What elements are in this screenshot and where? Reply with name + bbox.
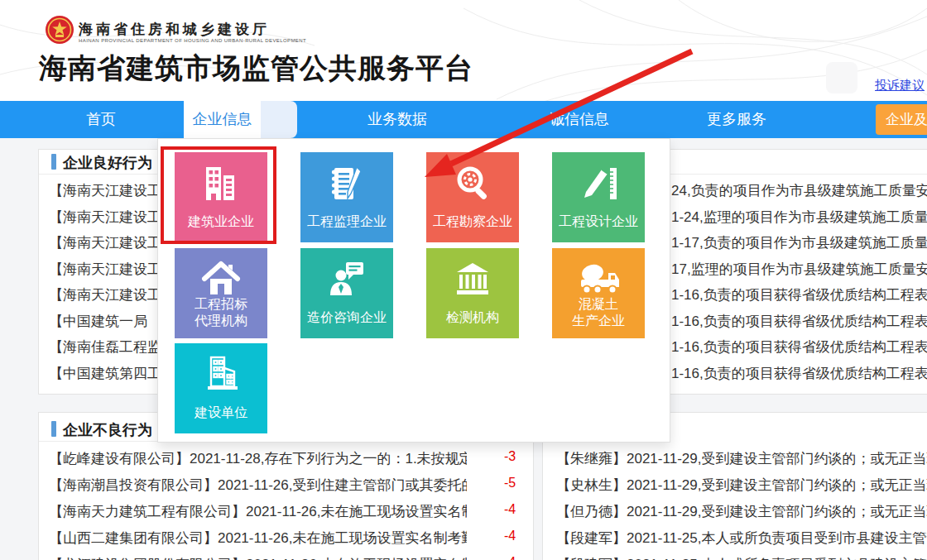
department-name: 海南省住房和城乡建设厅 [79, 20, 270, 39]
nav-item-more-services[interactable]: 更多服务 [691, 101, 782, 138]
tile-label: 建筑业企业 [175, 213, 267, 230]
floating-widget [826, 62, 857, 93]
nav-item-company-info[interactable]: 企业信息 [184, 101, 261, 138]
magnifier-gear-icon [449, 160, 496, 207]
bad-behavior-title: 企业不良行为 [63, 420, 152, 440]
tile-label: 建设单位 [175, 404, 267, 421]
tile-construction-unit[interactable]: 建设单位 [175, 343, 267, 433]
list-item[interactable]: 1-16,负责的项目获得省级优质结构工程表彰 [671, 337, 927, 357]
list-item[interactable]: 【海南天力建筑工程有限公司】2021-11-26,未在施工现场设置实名制考... [49, 502, 467, 521]
list-item[interactable]: 【屹峰建设有限公司】2021-11-28,存在下列行为之一的：1.未按规定... [49, 449, 467, 468]
list-item[interactable]: 1-16,负责的项目获得省级优质结构工程表彰 [671, 364, 927, 383]
site-title: 海南省建筑市场监管公共服务平台 [39, 50, 473, 88]
tile-label: 工程设计企业 [552, 213, 645, 230]
bank-icon [449, 256, 496, 303]
list-item[interactable]: 【段建军】2021-11-25,本人或所负责项目受到市县建设主管部门... [556, 555, 927, 560]
company-info-dropdown: 建筑业企业 工程监理企业 [157, 138, 670, 443]
list-item[interactable]: 1-16,负责的项目获得省级优质结构工程表彰 [671, 312, 927, 331]
list-item[interactable]: 17,监理的项目作为市县级建筑施工质量安全标 [671, 260, 927, 279]
tile-concrete-producer[interactable]: 混凝土 生产企业 [552, 248, 645, 338]
tile-label: 工程勘察企业 [426, 213, 519, 230]
building-outline-icon [198, 352, 244, 398]
page-header: 海南省住房和城乡建设厅 HAINAN PROVINCIAL DEPARTMENT… [0, 0, 927, 103]
score-value: -4 [504, 555, 516, 560]
list-item[interactable]: 1-16,负责的项目获得省级优质结构工程表彰 [671, 285, 927, 304]
list-item[interactable]: 【山西二建集团有限公司】2021-11-26,未在施工现场设置实名制考勤设... [49, 529, 467, 548]
department-name-en: HAINAN PROVINCIAL DEPARTMENT OF HOUSING … [79, 38, 306, 43]
list-item[interactable]: 【史林生】2021-11-29,受到建设主管部门约谈的；或无正当理由不... [556, 476, 927, 495]
main-nav: 首页 企业信息 业务数据 诚信信息 更多服务 企业及 [0, 101, 927, 138]
score-value: -4 [504, 502, 516, 517]
tile-survey-enterprise[interactable]: 工程勘察企业 [426, 152, 519, 242]
tile-testing-agency[interactable]: 检测机构 [426, 248, 519, 338]
tile-cost-consulting[interactable]: 造价咨询企业 [300, 248, 393, 338]
nav-active-strip [261, 101, 297, 138]
consultant-icon [324, 256, 370, 303]
tile-design-enterprise[interactable]: 工程设计企业 [552, 152, 645, 242]
nav-item-credit-info[interactable]: 诚信信息 [534, 101, 625, 138]
list-item[interactable]: 24,负责的项目作为市县级建筑施工质量安全标 [671, 181, 927, 200]
good-behavior-title: 企业良好行为 [63, 153, 152, 173]
tile-supervision-enterprise[interactable]: 工程监理企业 [300, 152, 393, 242]
list-item[interactable]: 【段建军】2021-11-25,本人或所负责项目受到市县建设主管部门... [556, 529, 927, 548]
list-item[interactable]: 【但乃德】2021-11-29,受到建设主管部门约谈的；或无正当理由不... [556, 502, 927, 521]
tile-construction-enterprise[interactable]: 建筑业企业 [175, 152, 267, 242]
national-emblem-logo [45, 15, 74, 45]
list-item[interactable]: 1-24,监理的项目作为市县级建筑施工质量安 [671, 208, 927, 227]
score-value: -4 [504, 529, 516, 543]
tile-bidding-agency[interactable]: 工程招标 代理机构 [175, 248, 267, 338]
tile-label: 工程招标 代理机构 [175, 296, 267, 329]
list-item[interactable]: 【朱继雍】2021-11-29,受到建设主管部门约谈的；或无正当理由不... [556, 449, 927, 468]
list-item[interactable]: 1-17,负责的项目作为市县级建筑施工质量安 [671, 233, 927, 252]
tile-label: 检测机构 [426, 309, 519, 326]
header-accent-bar [51, 154, 56, 170]
list-item[interactable]: 【龙江建设集团股份有限公司】2021-11-26,未在施工现场设置实名制考... [49, 555, 467, 560]
list-item[interactable]: 【海南潮昌投资有限公司】2021-11-26,受到住建主管部门或其委托的监... [49, 476, 467, 495]
tile-label: 工程监理企业 [300, 213, 393, 230]
nav-item-home[interactable]: 首页 [55, 101, 146, 138]
notebook-pen-icon [324, 160, 370, 207]
header-accent-bar [51, 421, 56, 437]
tile-label: 混凝土 生产企业 [552, 296, 645, 329]
buildings-icon [198, 160, 244, 207]
pen-ruler-icon [575, 160, 622, 207]
page: 海南省住房和城乡建设厅 HAINAN PROVINCIAL DEPARTMENT… [0, 0, 927, 560]
tile-label: 造价咨询企业 [300, 309, 393, 326]
score-value: -5 [504, 476, 516, 491]
complaint-suggestion-link[interactable]: 投诉建议 [875, 78, 925, 93]
nav-item-business-data[interactable]: 业务数据 [352, 101, 443, 138]
nav-cta-button[interactable]: 企业及 [876, 104, 927, 135]
score-value: -3 [504, 449, 516, 464]
